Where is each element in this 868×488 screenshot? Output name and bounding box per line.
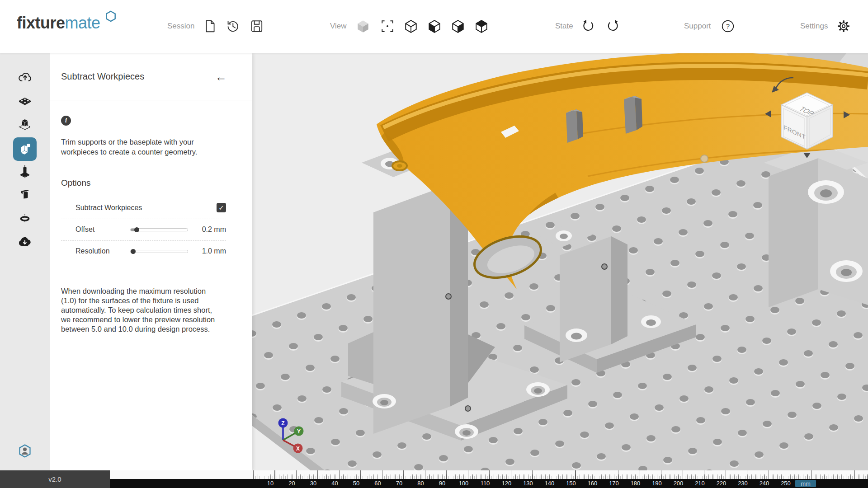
ruler-label: 130 (522, 480, 534, 487)
ruler-label: 190 (651, 480, 663, 487)
ruler-number-strip: 1020304050607080901001101201301401501601… (110, 479, 868, 488)
gear-icon (836, 19, 851, 33)
x-axis-label: X (296, 446, 300, 452)
logo-text-fixture: fixture (17, 14, 65, 32)
cube-left-face-icon (427, 19, 442, 33)
resolution-slider[interactable] (130, 250, 188, 253)
ruler-label: 200 (673, 480, 684, 487)
ruler-label: 170 (608, 480, 620, 487)
sidebar-item-subtract-workpieces[interactable] (13, 137, 37, 161)
ruler-label: 50 (350, 480, 362, 487)
ruler-label: 160 (587, 480, 599, 487)
history-icon (226, 19, 240, 33)
redo-icon (605, 19, 620, 33)
right-view-button[interactable] (451, 19, 465, 33)
fit-view-button[interactable] (380, 19, 395, 33)
options-rows: Subtract Workpieces ✓ Offset 0.2 mm Reso… (61, 197, 226, 262)
ruler-label: 210 (694, 480, 706, 487)
wireframe-view-button[interactable] (404, 19, 418, 33)
ruler-label: 140 (544, 480, 556, 487)
cloud-upload-icon (18, 70, 32, 84)
sidebar-item-position-workpiece[interactable] (15, 115, 35, 135)
resolution-label: Resolution (75, 247, 124, 255)
ruler-label: 70 (393, 480, 405, 487)
subtract-workpieces-panel: Subtract Workpieces ← i Trim supports or… (50, 53, 252, 470)
redo-button[interactable] (605, 19, 620, 33)
new-file-icon (203, 19, 217, 33)
scene-3d: TOP FRONT Z Y X (252, 53, 868, 470)
offset-slider-thumb[interactable] (134, 227, 139, 232)
ruler-label: 20 (286, 480, 298, 487)
ruler-label: 180 (630, 480, 642, 487)
option-row-subtract: Subtract Workpieces ✓ (61, 197, 226, 219)
clamp-icon (18, 188, 32, 202)
baseplate-icon (18, 94, 32, 108)
wireframe-cube-icon (404, 19, 418, 33)
account-avatar[interactable] (15, 441, 35, 461)
ruler-labels: 1020304050607080901001101201301401501601… (264, 480, 792, 487)
ruler-unit-badge: mm (795, 480, 816, 487)
ruler-label: 100 (458, 480, 470, 487)
settings-button[interactable] (836, 19, 851, 33)
view-menu-label: View (330, 22, 347, 31)
undo-icon (581, 19, 596, 33)
resolution-value: 1.0 mm (194, 247, 226, 255)
shaded-cube-icon (356, 19, 370, 33)
position-workpiece-icon (18, 117, 32, 132)
logo-hexagon-icon (105, 10, 116, 22)
sidebar (0, 53, 50, 470)
ruler-tick-strip (110, 470, 868, 479)
offset-value: 0.2 mm (194, 225, 226, 234)
resolution-slider-thumb[interactable] (131, 249, 136, 254)
ruler-label: 80 (415, 480, 427, 487)
svg-text:?: ? (726, 22, 730, 30)
ruler-label: 60 (372, 480, 384, 487)
ruler-label: 230 (737, 480, 749, 487)
app-logo: fixturemate (17, 14, 115, 33)
ruler-label: 220 (716, 480, 727, 487)
y-axis-label: Y (297, 428, 301, 435)
ruler-label: 90 (436, 480, 448, 487)
help-button[interactable]: ? (721, 19, 735, 33)
panel-body: i Trim supports or the baseplate with yo… (50, 100, 252, 334)
subtract-checkbox[interactable]: ✓ (217, 203, 226, 212)
cube-right-face-icon (451, 19, 465, 33)
sidebar-item-import[interactable] (15, 67, 35, 87)
info-icon: i (61, 116, 71, 126)
sidebar-item-labels[interactable] (15, 208, 35, 228)
back-button[interactable]: ← (215, 71, 227, 83)
header: fixturemate Session (0, 0, 868, 53)
sidebar-item-baseplate[interactable] (15, 91, 35, 111)
sidebar-item-clamps[interactable] (15, 185, 35, 205)
ring-icon (18, 211, 32, 225)
options-heading: Options (61, 178, 226, 188)
ruler-ticks (253, 470, 868, 479)
ruler-label: 40 (329, 480, 341, 487)
ruler-label: 110 (479, 480, 491, 487)
version-badge: v2.0 (0, 470, 110, 488)
sidebar-item-supports[interactable] (15, 161, 35, 181)
offset-label: Offset (75, 225, 124, 234)
cube-top-face-icon (474, 19, 489, 33)
ruler-label: 30 (307, 480, 319, 487)
save-session-button[interactable] (250, 19, 264, 33)
gray-post-2 (624, 96, 642, 134)
sidebar-item-export[interactable] (15, 232, 35, 252)
session-history-button[interactable] (226, 19, 240, 33)
panel-title: Subtract Workpieces (61, 71, 144, 82)
left-view-button[interactable] (427, 19, 442, 33)
undo-button[interactable] (581, 19, 596, 33)
support-stand-icon (18, 164, 32, 178)
support-menu-label: Support (684, 22, 711, 31)
shaded-view-button[interactable] (356, 19, 370, 33)
ruler-label: 120 (501, 480, 513, 487)
top-view-button[interactable] (474, 19, 489, 33)
logo-text-mate: mate (65, 14, 100, 32)
option-row-offset: Offset 0.2 mm (61, 219, 226, 240)
new-session-button[interactable] (203, 19, 217, 33)
ruler-label: 150 (565, 480, 577, 487)
viewport-3d[interactable]: TOP FRONT Z Y X (252, 53, 868, 470)
state-menu-label: State (555, 22, 573, 31)
ruler-label: 240 (759, 480, 770, 487)
offset-slider[interactable] (130, 228, 188, 231)
